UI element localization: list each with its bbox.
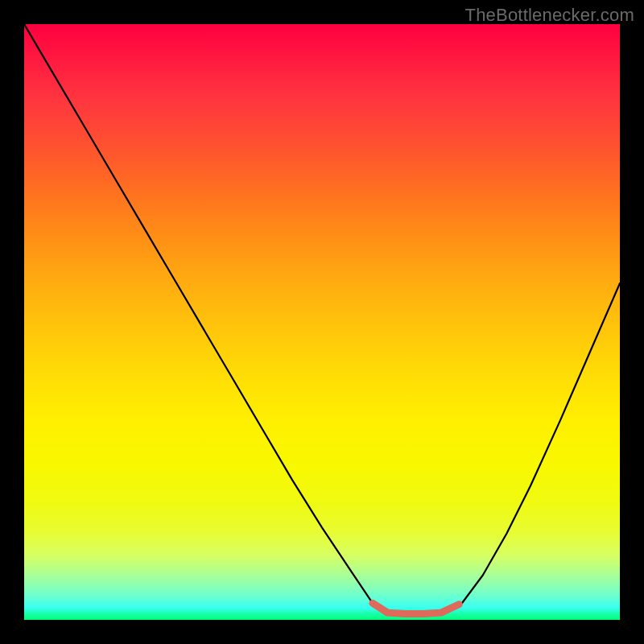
bottleneck-curve-path: [24, 24, 620, 614]
chart-svg: [24, 24, 620, 620]
valley-marker-path: [373, 603, 459, 613]
watermark-text: TheBottleneсker.com: [465, 5, 634, 26]
plot-area: [24, 24, 620, 620]
chart-container: TheBottleneсker.com: [0, 0, 644, 644]
